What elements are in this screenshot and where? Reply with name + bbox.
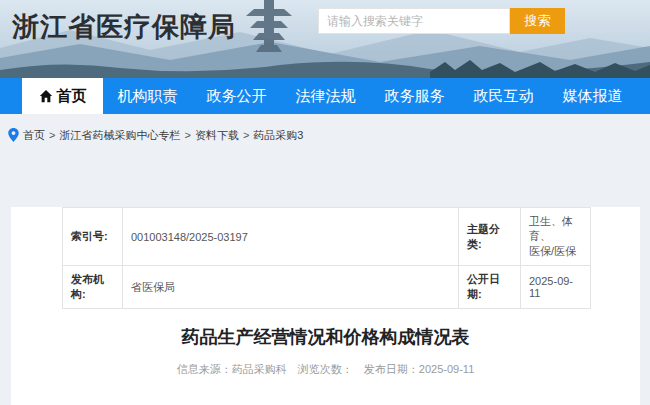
topic-category-value: 卫生、体育、 医保/医保 [521,208,591,266]
search-input[interactable] [318,8,510,34]
breadcrumb-procurement-center[interactable]: 浙江省药械采购中心专栏 [59,128,180,143]
home-icon [39,89,53,103]
site-title: 浙江省医疗保障局 [12,9,236,45]
nav-item-label: 首页 [57,87,87,106]
search-box: 搜索 [318,8,565,34]
meta-source: 信息来源：药品采购科 [177,363,287,375]
nav-item-home[interactable]: 首页 [22,78,103,114]
breadcrumb-separator: > [49,129,55,141]
publish-date-value: 2025-09-11 [521,266,591,309]
breadcrumb-separator: > [243,129,249,141]
table-row: 发布机构: 省医保局 公开日期: 2025-09-11 [63,266,591,309]
article-card: 索引号: 001003148/2025-03197 主题分类: 卫生、体育、 医… [11,207,640,405]
nav-item-gov-services[interactable]: 政务服务 [370,78,459,114]
index-number-value: 001003148/2025-03197 [123,208,459,266]
meta-view-count: 浏览次数： [298,363,353,375]
nav-item-media[interactable]: 媒体报道 [548,78,637,114]
breadcrumb-downloads[interactable]: 资料下载 [195,128,239,143]
nav-item-duties[interactable]: 机构职责 [103,78,192,114]
breadcrumb-separator: > [184,129,190,141]
breadcrumb-home[interactable]: 首页 [23,128,45,143]
site-header: 浙江省医疗保障局 搜索 [0,0,650,78]
nav-item-laws[interactable]: 法律法规 [281,78,370,114]
main-nav: 首页 机构职责 政务公开 法律法规 政务服务 政民互动 媒体报道 [0,78,650,114]
breadcrumb: 首页 > 浙江省药械采购中心专栏 > 资料下载 > 药品采购3 [0,114,650,156]
article-meta: 信息来源：药品采购科 浏览次数： 发布日期：2025-09-11 [11,362,640,377]
issuing-agency-value: 省医保局 [123,266,459,309]
nav-item-gov-disclosure[interactable]: 政务公开 [192,78,281,114]
breadcrumb-current-page: 药品采购3 [253,128,303,143]
location-pin-icon [8,128,19,142]
article-title: 药品生产经营情况和价格构成情况表 [11,325,640,349]
index-number-label: 索引号: [63,208,123,266]
meta-publish-date: 发布日期：2025-09-11 [364,363,474,375]
nav-item-public-interaction[interactable]: 政民互动 [459,78,548,114]
issuing-agency-label: 发布机构: [63,266,123,309]
table-row: 索引号: 001003148/2025-03197 主题分类: 卫生、体育、 医… [63,208,591,266]
topic-category-label: 主题分类: [459,208,521,266]
search-button[interactable]: 搜索 [510,8,565,34]
document-info-table: 索引号: 001003148/2025-03197 主题分类: 卫生、体育、 医… [62,207,591,309]
publish-date-label: 公开日期: [459,266,521,309]
